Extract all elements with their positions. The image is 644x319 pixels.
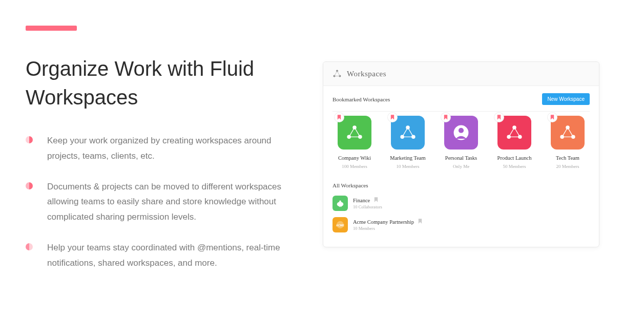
workspace-list-icon xyxy=(333,196,348,211)
headline: Organize Work with Fluid Workspaces xyxy=(26,54,292,112)
workspace-tile-name: Marketing Team xyxy=(386,155,430,162)
svg-point-10 xyxy=(459,128,464,133)
svg-point-13 xyxy=(518,135,522,139)
svg-point-12 xyxy=(507,135,511,139)
bullet-text: Help your teams stay coordinated with @m… xyxy=(47,240,292,271)
svg-point-15 xyxy=(560,135,564,139)
svg-point-3 xyxy=(352,125,357,130)
svg-point-8 xyxy=(411,135,416,139)
svg-point-5 xyxy=(358,135,362,139)
bullet-list: Keep your work organized by creating wor… xyxy=(26,133,292,270)
new-workspace-button[interactable]: New Workspace xyxy=(542,93,590,105)
workspace-list-meta: 10 Collaborators xyxy=(353,204,382,209)
workspace-tile[interactable]: Product Launch50 Members xyxy=(492,116,536,169)
workspace-tile-icon xyxy=(444,116,478,150)
workspace-tile-meta: 10 Members xyxy=(386,164,430,169)
workspace-tile[interactable]: Tech Team20 Members xyxy=(546,116,590,169)
bookmark-icon[interactable] xyxy=(335,113,344,122)
svg-point-4 xyxy=(347,135,351,139)
bullet-dot-icon xyxy=(26,243,33,250)
workspace-tile[interactable]: Company Wiki100 Members xyxy=(333,116,377,169)
svg-rect-20 xyxy=(341,206,341,207)
bullet-text: Documents & projects can be moved to dif… xyxy=(47,179,292,225)
workspace-tile-icon xyxy=(338,116,371,150)
svg-point-7 xyxy=(400,135,404,139)
bookmarked-tiles: Company Wiki100 MembersMarketing Team10 … xyxy=(333,111,590,171)
svg-rect-19 xyxy=(339,206,340,207)
all-workspaces-label: All Workspaces xyxy=(333,182,590,188)
accent-bar xyxy=(26,26,77,31)
workspace-tile-icon xyxy=(391,116,425,150)
workspace-tile-name: Company Wiki xyxy=(333,155,377,162)
bullet-dot-icon xyxy=(26,136,33,143)
workspace-list-icon: ACME xyxy=(333,217,348,232)
workspace-tile-meta: 50 Members xyxy=(492,164,536,169)
workspace-tile[interactable]: Marketing Team10 Members xyxy=(386,116,430,169)
bookmark-icon[interactable] xyxy=(388,113,397,122)
workspace-tile-meta: 100 Members xyxy=(333,164,377,169)
workspace-tile[interactable]: Personal TasksOnly Me xyxy=(439,116,483,169)
bookmark-icon[interactable] xyxy=(418,219,422,225)
bookmark-icon[interactable] xyxy=(441,113,450,122)
svg-point-6 xyxy=(406,125,410,130)
workspace-list-name: Finance xyxy=(353,197,382,203)
workspace-list-item[interactable]: ACMEAcme Company Partnership 10 Members xyxy=(333,217,590,232)
bullet-dot-icon xyxy=(26,182,33,189)
workspace-tile-meta: 20 Members xyxy=(546,164,590,169)
workspace-tile-name: Tech Team xyxy=(546,155,590,162)
workspaces-icon xyxy=(333,69,342,78)
workspace-tile-name: Personal Tasks xyxy=(439,155,483,162)
workspace-tile-name: Product Launch xyxy=(492,155,536,162)
svg-point-14 xyxy=(566,125,570,130)
workspaces-panel: Workspaces Bookmarked Workspaces New Wor… xyxy=(323,61,599,247)
svg-point-17 xyxy=(337,202,344,206)
bookmark-icon[interactable] xyxy=(494,113,504,122)
workspace-list-name: Acme Company Partnership xyxy=(353,219,422,225)
workspace-list-meta: 10 Members xyxy=(353,226,422,231)
bookmark-icon[interactable] xyxy=(374,198,378,203)
svg-text:ACME: ACME xyxy=(336,223,344,226)
all-workspaces-list: Finance 10 CollaboratorsACMEAcme Company… xyxy=(333,196,590,232)
workspace-tile-icon xyxy=(497,116,531,150)
panel-title: Workspaces xyxy=(347,70,386,78)
bookmark-icon[interactable] xyxy=(548,113,557,122)
bookmarked-label: Bookmarked Workspaces xyxy=(333,96,390,102)
svg-point-16 xyxy=(571,135,575,139)
svg-point-11 xyxy=(512,125,516,130)
panel-header: Workspaces xyxy=(323,62,599,86)
bullet-text: Keep your work organized by creating wor… xyxy=(47,133,292,164)
workspace-list-item[interactable]: Finance 10 Collaborators xyxy=(333,196,590,211)
svg-point-18 xyxy=(339,200,341,202)
workspace-tile-meta: Only Me xyxy=(439,164,483,169)
workspace-tile-icon xyxy=(551,116,585,150)
